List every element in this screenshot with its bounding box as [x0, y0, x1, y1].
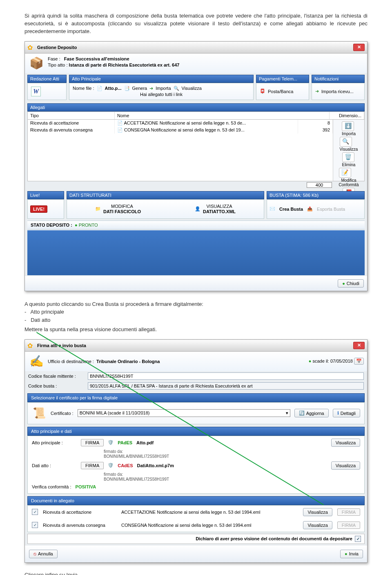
doc-file: ACCETTAZIONE Notificazione ai sensi dell…	[121, 510, 260, 515]
ufficio-value: Tribunale Ordinario - Bologna	[96, 359, 160, 364]
check-icon: ●	[309, 359, 312, 363]
table-row[interactable]: Ricevuta di accettazione 📄 ACCETTAZIONE …	[28, 120, 333, 127]
import-arrow-icon: ➜	[315, 89, 319, 94]
panel-cap-busta: BUSTA (STIMA: 586 Kb)	[267, 191, 365, 199]
chiudi-button[interactable]: ●Chiudi	[338, 279, 364, 288]
check-icon: ●	[75, 223, 78, 227]
pades-badge: PAdES	[118, 440, 132, 445]
importa-tool[interactable]: ⬇️Importa	[342, 121, 356, 136]
invia-button[interactable]: ●Invia	[340, 550, 363, 558]
datiatto-label: Dati atto :	[32, 463, 77, 468]
dichiaro-checkbox[interactable]: ✓	[355, 536, 361, 542]
fase-value: Fase Successiva all'emissione	[64, 56, 129, 61]
calendar-icon[interactable]: 📅	[354, 358, 364, 365]
panel-cap-atto: Atto Principale	[69, 75, 254, 83]
final-text: Cliccare infine su Invia.	[24, 572, 368, 575]
importa-button[interactable]: Importa	[156, 86, 171, 91]
export-icon: 📤	[307, 206, 313, 212]
visualizza-button[interactable]: Visualizza	[331, 461, 360, 470]
crea-busta-button[interactable]: Crea Busta	[279, 207, 303, 212]
esporta-busta-button[interactable]: Esporta Busta	[317, 207, 345, 212]
cf-field[interactable]: BNNMLI72S58H199T	[88, 372, 364, 380]
modifica-dati-button[interactable]: 📁 MODIFICADATI FASCICOLO	[95, 204, 141, 214]
chevron-down-icon: ▾	[286, 410, 288, 416]
attop-label: Atto principale :	[32, 440, 77, 445]
app-gestione-deposito: ✿ Gestione Deposito ✕ 📦 Fase : Fase Succ…	[24, 41, 368, 291]
titlebar: ✿ Gestione Deposito ✕	[25, 42, 367, 53]
nomefile-label: Nome file :	[73, 86, 94, 91]
sign-icon: ✍️	[28, 354, 45, 369]
list-item: Atto principale	[24, 308, 368, 316]
section-documenti: Documenti in allegato	[27, 496, 365, 505]
dichiaro-text: Dichiaro di aver preso visione del conte…	[196, 536, 352, 541]
aggiorna-button[interactable]: 🔄Aggiorna	[294, 409, 329, 417]
word-icon[interactable]: W	[31, 87, 41, 96]
certificato-label: Certificato :	[51, 411, 74, 416]
list-item: Dati atto	[24, 316, 368, 324]
col-dimensione: Dimensio...	[330, 112, 364, 119]
envelope-icon: ✉️	[270, 206, 275, 212]
magnifier-icon: 🔍	[174, 86, 179, 91]
visualizza-button[interactable]: Visualizza	[182, 86, 202, 91]
cf-label: Codice fiscale mittente :	[28, 374, 85, 379]
check-icon: ●	[345, 551, 347, 556]
checkbox[interactable]: ✓	[32, 509, 38, 515]
live-badge[interactable]: LIVE!	[30, 205, 47, 213]
posta-banca-button[interactable]: Posta/Banca	[268, 89, 293, 94]
annulla-button[interactable]: ⦸Annulla	[29, 550, 58, 558]
codicebusta-label: Codice busta :	[28, 383, 85, 388]
visualizza-button[interactable]: Visualizza	[331, 439, 360, 447]
firma-button[interactable]: FIRMA	[81, 439, 104, 446]
window-title: Gestione Deposito	[37, 45, 353, 50]
table-row[interactable]: Ricevuta di avvenuta consegna 📄 CONSEGNA…	[28, 127, 333, 134]
fase-label: Fase :	[48, 56, 60, 61]
scade-value: scade il: 07/05/2018	[312, 359, 352, 363]
panel-cap-notificazioni: Notificazioni	[312, 75, 365, 83]
tipo-label: Tipo atto :	[48, 62, 68, 67]
genera-icon: 📑	[124, 86, 130, 91]
middle-spunta: Mettere la spunta nella presa visione do…	[24, 325, 368, 334]
visualizza-xml-button[interactable]: 👤 VISUALIZZADATIATTO.XML	[195, 204, 236, 214]
modifica-conformita-tool[interactable]: 📝Modifica Conformità	[339, 168, 359, 187]
visualizza-button[interactable]: Visualizza	[303, 521, 332, 529]
info-icon: ℹ	[337, 410, 339, 416]
cell: 392	[298, 127, 333, 134]
genera-button[interactable]: Genera	[132, 86, 147, 91]
visualizza-button[interactable]: Visualizza	[303, 508, 332, 516]
gear-icon: ✿	[27, 44, 35, 51]
gear-icon: ✿	[27, 342, 35, 349]
cell: Ricevuta di accettazione	[28, 120, 115, 127]
person-icon: 👤	[195, 206, 200, 212]
doc-icon: 📄	[117, 120, 123, 125]
cell: 📄 CONSEGNA Notificazione ai sensi della …	[115, 127, 298, 134]
checkbox[interactable]: ✓	[32, 522, 38, 528]
dettagli-button[interactable]: ℹDettagli	[333, 409, 360, 417]
verifica-value: POSITIVA	[76, 484, 96, 489]
certificate-icon: 📜	[32, 407, 47, 420]
cell-text: ACCETTAZIONE Notificazione ai sensi dell…	[124, 120, 246, 125]
titlebar: ✿ Firma atti e invio busta ✕	[25, 340, 367, 352]
certificato-dropdown[interactable]: BONINI MILA (scade il 11/10/2018)▾	[78, 409, 290, 417]
visualizza-tool[interactable]: 🔍Visualizza	[340, 137, 358, 152]
header-panel: 📦 Fase : Fase Successiva all'emissione T…	[25, 53, 367, 73]
cades-badge: CAdES	[118, 463, 133, 468]
tipo-value: Istanza di parte di Richiesta Esecutorie…	[69, 62, 180, 67]
firma-button[interactable]: FIRMA	[81, 462, 104, 469]
stato-value: PRONTO	[79, 223, 98, 227]
side-tools: ⬇️Importa 🔍Visualizza 🗑️Elimina 📝Modific…	[333, 120, 364, 181]
importa-ricevu-button[interactable]: Importa ricevu...	[321, 89, 354, 94]
elimina-tool[interactable]: 🗑️Elimina	[342, 152, 356, 167]
bank-icon: 📮	[260, 89, 265, 94]
nomefile-value: Atto.p...	[105, 86, 122, 91]
middle-text: A questo punto cliccando su Crea Busta s…	[24, 300, 368, 334]
intro-paragraph: Si aprirà quindi la solita maschera di c…	[24, 12, 368, 36]
blue-area	[27, 230, 365, 275]
doc-name: Ricevuta di accettazione	[43, 510, 116, 515]
datixml-value: DatiAtto.xml.p7m	[137, 463, 174, 468]
cell-text: CONSEGNA Notificazione ai sensi della le…	[124, 127, 245, 132]
shield-icon: 🛡️	[108, 440, 114, 445]
close-icon[interactable]: ✕	[353, 342, 365, 349]
import-icon: ➜	[149, 86, 153, 91]
doc-file: CONSEGNA Notificazione ai sensi della le…	[121, 523, 252, 528]
close-icon[interactable]: ✕	[353, 44, 365, 51]
